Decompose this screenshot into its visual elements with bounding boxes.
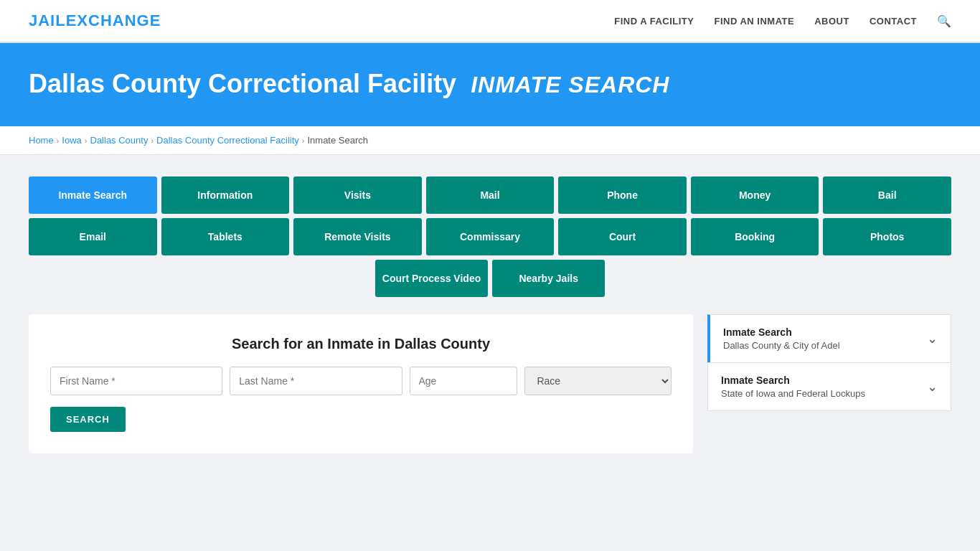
breadcrumb: Home›Iowa›Dallas County›Dallas County Co… — [29, 135, 951, 146]
tab-tablets[interactable]: Tablets — [161, 218, 290, 255]
tab-money[interactable]: Money — [691, 176, 819, 214]
tab-booking[interactable]: Booking — [691, 218, 819, 255]
tab-visits[interactable]: Visits — [293, 176, 422, 214]
logo-jail: JAIL — [29, 11, 66, 29]
hero-banner: Dallas County Correctional Facility INMA… — [0, 43, 980, 126]
breadcrumb-bar: Home›Iowa›Dallas County›Dallas County Co… — [0, 126, 980, 155]
chevron-down-icon: ⌄ — [927, 331, 938, 347]
tab-phone[interactable]: Phone — [558, 176, 687, 214]
tab-inmate-search[interactable]: Inmate Search — [29, 176, 157, 214]
sidebar-item-subtitle: State of Iowa and Federal Lockups — [721, 388, 865, 399]
breadcrumb-separator: › — [85, 136, 88, 145]
tab-court-process-video[interactable]: Court Process Video — [375, 260, 488, 297]
sidebar-item-text: Inmate Search Dallas County & City of Ad… — [723, 326, 840, 351]
sidebar-item-0[interactable]: Inmate Search Dallas County & City of Ad… — [707, 314, 951, 362]
tab-nearby-jails[interactable]: Nearby Jails — [492, 260, 605, 297]
tab-remote-visits[interactable]: Remote Visits — [293, 218, 422, 255]
navbar: JAILEXCHANGE FIND A FACILITYFIND AN INMA… — [0, 0, 980, 43]
sidebar-item-subtitle: Dallas County & City of Adel — [723, 340, 840, 351]
breadcrumb-link[interactable]: Inmate Search — [307, 135, 368, 146]
nav-links: FIND A FACILITYFIND AN INMATEABOUTCONTAC… — [614, 14, 951, 28]
tab-court[interactable]: Court — [558, 218, 687, 255]
hero-title: Dallas County Correctional Facility INMA… — [29, 69, 951, 99]
logo-exchange: EXCHANGE — [66, 11, 161, 29]
search-icon-nav[interactable]: 🔍 — [937, 15, 951, 27]
logo[interactable]: JAILEXCHANGE — [29, 11, 161, 30]
last-name-input[interactable] — [230, 367, 402, 395]
sidebar-item-title: Inmate Search — [723, 326, 840, 338]
tab-commissary[interactable]: Commissary — [426, 218, 555, 255]
sidebar-item-title: Inmate Search — [721, 375, 865, 386]
tabs-row2: EmailTabletsRemote VisitsCommissaryCourt… — [29, 218, 951, 255]
breadcrumb-separator: › — [57, 136, 60, 145]
search-fields: RaceWhiteBlackHispanicAsianOther — [50, 367, 672, 395]
sidebar-item-1[interactable]: Inmate Search State of Iowa and Federal … — [707, 362, 951, 411]
tabs-row1: Inmate SearchInformationVisitsMailPhoneM… — [29, 176, 951, 214]
nav-link[interactable]: ABOUT — [814, 16, 849, 27]
breadcrumb-link[interactable]: Iowa — [62, 135, 81, 146]
sidebar: Inmate Search Dallas County & City of Ad… — [707, 314, 951, 411]
breadcrumb-link[interactable]: Home — [29, 135, 54, 146]
tab-photos[interactable]: Photos — [823, 218, 951, 255]
breadcrumb-link[interactable]: Dallas County — [90, 135, 149, 146]
tab-email[interactable]: Email — [29, 218, 157, 255]
tab-bail[interactable]: Bail — [823, 176, 951, 214]
nav-link[interactable]: FIND AN INMATE — [714, 16, 794, 27]
main-content: Inmate SearchInformationVisitsMailPhoneM… — [0, 155, 980, 475]
breadcrumb-separator: › — [302, 136, 305, 145]
chevron-down-icon: ⌄ — [927, 379, 938, 395]
nav-link[interactable]: FIND A FACILITY — [614, 16, 694, 27]
search-panel: Search for an Inmate in Dallas County Ra… — [29, 314, 693, 453]
breadcrumb-separator: › — [151, 136, 154, 145]
age-input[interactable] — [410, 367, 518, 395]
tabs-row3: Court Process VideoNearby Jails — [29, 260, 951, 297]
breadcrumb-link[interactable]: Dallas County Correctional Facility — [156, 135, 299, 146]
tab-information[interactable]: Information — [161, 176, 290, 214]
content-area: Search for an Inmate in Dallas County Ra… — [29, 314, 951, 453]
nav-link[interactable]: CONTACT — [870, 16, 917, 27]
search-button[interactable]: SEARCH — [50, 407, 126, 432]
sidebar-item-text: Inmate Search State of Iowa and Federal … — [721, 375, 865, 399]
race-select[interactable]: RaceWhiteBlackHispanicAsianOther — [524, 367, 672, 395]
first-name-input[interactable] — [50, 367, 222, 395]
search-panel-title: Search for an Inmate in Dallas County — [50, 336, 672, 352]
tab-mail[interactable]: Mail — [426, 176, 555, 214]
